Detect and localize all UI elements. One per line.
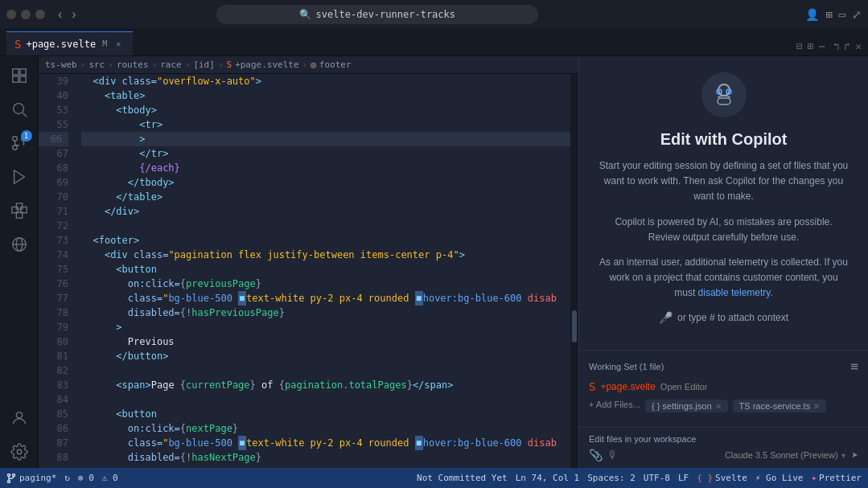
working-set-menu-icon[interactable]: ≡ [850, 359, 858, 374]
scrollbar-thumb[interactable] [572, 310, 577, 342]
window-icon[interactable]: ▭ [839, 8, 845, 21]
code-line-88: disabled={!hasNextPage} [81, 450, 570, 465]
status-left: paging* ↻ ⊗ 0 ⚠ 0 [6, 473, 118, 483]
status-encoding[interactable]: UTF-8 [644, 473, 670, 483]
activity-search[interactable] [3, 93, 35, 125]
code-line-82 [81, 363, 570, 378]
code-line-72 [81, 219, 570, 233]
copilot-desc3: As an internal user, additional telemetr… [599, 255, 849, 301]
ws-add-files-btn[interactable]: + Add Files... [589, 400, 640, 412]
code-line-70: </table> [81, 190, 570, 204]
more-tabs-icon[interactable]: ⋯ [819, 40, 825, 52]
breadcrumb-ts-web[interactable]: ts-web [45, 59, 77, 70]
send-button[interactable]: ➤ [852, 449, 858, 461]
code-line-68: {/each} [81, 161, 570, 175]
breadcrumb-svelte-icon: S [227, 59, 232, 70]
traffic-dot-2 [21, 10, 31, 19]
editor-content: 39 40 53 55 66 67 68 69 70 71 72 73 74 7… [39, 74, 578, 468]
status-commit[interactable]: Not Committed Yet [417, 473, 508, 483]
fullscreen-icon[interactable]: ⤢ [852, 8, 862, 21]
breadcrumb-src[interactable]: src [88, 59, 105, 70]
code-line-73: <footer> [81, 233, 570, 248]
activity-extensions[interactable] [3, 195, 35, 227]
line-numbers: 39 40 53 55 66 67 68 69 70 71 72 73 74 7… [39, 74, 75, 468]
copilot-attach-hint: 🎤 or type # to attach context [659, 311, 788, 324]
status-spaces[interactable]: Spaces: 2 [587, 473, 636, 483]
svg-point-24 [727, 91, 729, 92]
status-bar: paging* ↻ ⊗ 0 ⚠ 0 Not Committed Yet Ln 7… [0, 468, 868, 488]
breadcrumb-page[interactable]: +page.svelte [235, 59, 298, 70]
search-icon: 🔍 [299, 9, 311, 20]
status-golive[interactable]: ⚡ Go Live [755, 473, 804, 483]
activity-account[interactable] [3, 402, 35, 434]
input-icons: 📎 🎙 [589, 449, 619, 461]
svg-point-4 [13, 104, 23, 114]
ws-tag-race-close[interactable]: ✕ [813, 402, 820, 411]
code-editor[interactable]: 39 40 53 55 66 67 68 69 70 71 72 73 74 7… [39, 74, 578, 468]
breadcrumb-race[interactable]: race [160, 59, 182, 70]
navigate-back-icon[interactable]: ↱ [844, 40, 850, 52]
working-set-file: S +page.svelte Open Editor [589, 380, 858, 393]
traffic-lights [6, 10, 45, 19]
copilot-body: Edit with Copilot Start your editing ses… [579, 56, 868, 350]
disable-telemetry-link[interactable]: disable telemetry. [698, 287, 773, 298]
working-set-section: Working Set (1 file) ≡ S +page.svelte Op… [579, 350, 868, 427]
status-sync[interactable]: ↻ [64, 473, 70, 483]
activity-run[interactable] [3, 161, 35, 193]
layout-toggle-icon[interactable]: ⊞ [808, 40, 814, 52]
code-line-40: <table> [81, 88, 570, 103]
breadcrumb-routes[interactable]: routes [117, 59, 149, 70]
status-warnings[interactable]: ⚠ 0 [102, 473, 118, 483]
tab-page-svelte[interactable]: S +page.svelte M ✕ [6, 31, 133, 55]
svg-rect-25 [718, 98, 730, 105]
activity-source-control[interactable]: 1 [3, 127, 35, 159]
open-changes-icon[interactable]: ↰ [833, 40, 840, 52]
status-eol[interactable]: LF [678, 473, 689, 483]
status-right: Not Committed Yet Ln 74, Col 1 Spaces: 2… [417, 473, 862, 483]
nav-arrows: ‹ › [55, 7, 80, 22]
title-bar: ‹ › 🔍 svelte-dev-runner-tracks 👤 ⊞ ▭ ⤢ [0, 0, 868, 28]
ws-open-editor-link[interactable]: Open Editor [660, 382, 708, 392]
code-content[interactable]: <div class="overflow-x-auto"> <table> <t… [75, 74, 570, 468]
title-bar-right: 👤 ⊞ ▭ ⤢ [805, 8, 862, 21]
svg-point-8 [12, 146, 17, 150]
model-selector[interactable]: Claude 3.5 Sonnet (Preview) ▾ [725, 450, 845, 460]
copilot-title: Edit with Copilot [660, 130, 788, 149]
split-editor-icon[interactable]: ⊟ [796, 40, 803, 52]
activity-remote[interactable] [3, 228, 35, 260]
close-panel-icon[interactable]: ✕ [855, 40, 862, 52]
status-prettier[interactable]: ✦ Prettier [811, 473, 862, 483]
code-line-78: disabled={!hasPreviousPage} [81, 306, 570, 320]
status-position[interactable]: Ln 74, Col 1 [516, 473, 579, 483]
copilot-desc2: Copilot is powered by AI, so mistakes ar… [599, 215, 849, 245]
layout-icon[interactable]: ⊞ [825, 8, 832, 21]
prettier-label: Prettier [819, 473, 862, 483]
breadcrumb-id[interactable]: [id] [193, 59, 215, 70]
code-line-71: </div> [81, 204, 570, 219]
svg-marker-10 [14, 170, 24, 184]
status-language[interactable]: { } Svelte [697, 473, 747, 483]
tab-close-button[interactable]: ✕ [112, 38, 125, 51]
breadcrumb-footer[interactable]: footer [319, 59, 352, 70]
profile-icon[interactable]: 👤 [805, 8, 819, 21]
svg-point-18 [16, 412, 22, 418]
address-text: svelte-dev-runner-tracks [316, 9, 455, 20]
status-errors[interactable]: ⊗ 0 [78, 473, 94, 483]
editor-column: ts-web › src › routes › race › [id] › S … [39, 56, 578, 468]
activity-settings[interactable] [3, 436, 35, 468]
address-bar[interactable]: 🔍 svelte-dev-runner-tracks [216, 5, 538, 24]
back-button[interactable]: ‹ [55, 7, 65, 22]
code-line-67: </tr> [81, 146, 570, 161]
copilot-input-row: 📎 🎙 Claude 3.5 Sonnet (Preview) ▾ ➤ [589, 449, 858, 461]
scrollbar-track[interactable] [570, 74, 578, 468]
forward-button[interactable]: › [68, 7, 79, 22]
source-control-badge: 1 [21, 130, 32, 141]
traffic-dot-1 [6, 10, 16, 19]
svg-rect-2 [12, 76, 18, 82]
ws-tag-settings-close[interactable]: ✕ [715, 402, 722, 411]
attach-icon[interactable]: 📎 [589, 449, 603, 461]
mic-input-icon[interactable]: 🎙 [607, 449, 619, 461]
activity-explorer[interactable] [3, 59, 35, 92]
breadcrumb-icon-fn: ◎ [311, 59, 316, 70]
status-branch[interactable]: paging* [6, 473, 56, 483]
